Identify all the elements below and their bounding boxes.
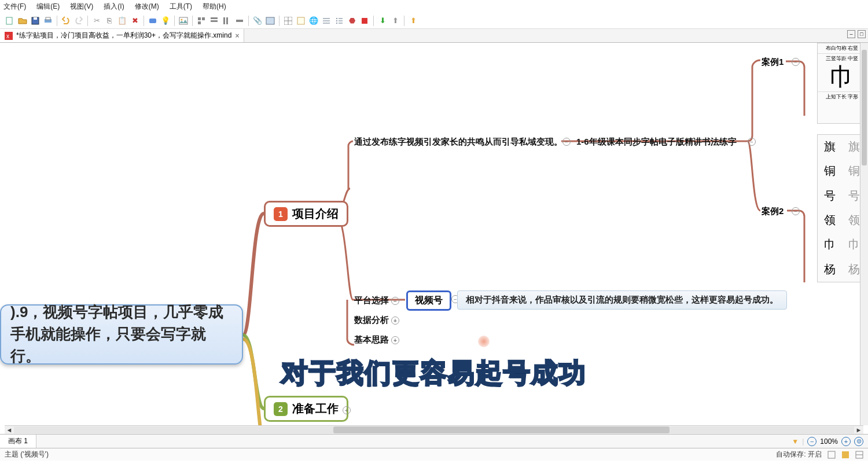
align-icon[interactable]: [196, 16, 207, 26]
pic-icon[interactable]: [265, 16, 275, 26]
zoom-out-icon[interactable]: −: [807, 437, 816, 446]
scroll-left-icon[interactable]: ◄: [5, 426, 14, 433]
menubar: 文件(F) 编辑(E) 视图(V) 插入(I) 修改(M) 工具(T) 帮助(H…: [0, 0, 868, 13]
status-icon[interactable]: [855, 451, 863, 459]
toolbar-separator: [57, 16, 57, 26]
xmind-icon: x: [5, 32, 13, 40]
bulb-icon[interactable]: 💡: [160, 16, 171, 26]
undo-icon[interactable]: [61, 16, 71, 26]
zoom-fit-icon[interactable]: ⊜: [854, 437, 863, 446]
copy-icon[interactable]: ⎘: [104, 16, 115, 26]
globe-icon[interactable]: 🌐: [308, 16, 319, 26]
collapse-toggle-icon[interactable]: −: [391, 297, 399, 305]
align4-icon[interactable]: [234, 16, 245, 26]
example2-label[interactable]: 案例2: [762, 206, 784, 217]
scroll-thumb[interactable]: [333, 426, 670, 433]
status-icon[interactable]: [841, 451, 849, 459]
expand-toggle-icon[interactable]: +: [391, 317, 399, 325]
sheet-tab[interactable]: 画布 1: [0, 435, 36, 448]
root-topic[interactable]: ).9，视频号字帖项目，几乎零成 手机就能操作，只要会写字就行。: [0, 304, 243, 365]
status-icon[interactable]: [827, 451, 836, 459]
image-icon[interactable]: [178, 16, 189, 26]
align3-icon[interactable]: [222, 16, 232, 26]
horizontal-scrollbar[interactable]: ◄ ►: [5, 425, 863, 434]
badge-1-icon: 1: [274, 207, 288, 221]
print-icon[interactable]: [43, 16, 53, 26]
save-icon[interactable]: [30, 16, 41, 26]
note-panel[interactable]: 相对于抖音来说，作品审核以及引流的规则要稍微宽松些，这样更容易起号成功。: [457, 290, 787, 310]
list2-icon[interactable]: [334, 16, 344, 26]
paste-icon[interactable]: 📋: [117, 16, 127, 26]
scroll-track[interactable]: [14, 426, 854, 433]
list-icon[interactable]: [321, 16, 332, 26]
menu-view[interactable]: 视图(V): [70, 2, 93, 12]
status-bar: 主题 ('视频号') 自动保存: 开启: [0, 448, 868, 461]
window-controls: – □: [847, 30, 866, 38]
menu-insert[interactable]: 插入(I): [104, 2, 124, 12]
minimize-icon[interactable]: –: [847, 30, 855, 38]
scroll-right-icon[interactable]: ►: [854, 426, 863, 433]
svg-rect-34: [842, 451, 849, 458]
menu-help[interactable]: 帮助(H): [203, 2, 226, 12]
node-preparation[interactable]: 2 准备工作: [264, 396, 348, 422]
filter-icon[interactable]: ▼: [792, 437, 799, 446]
menu-modify[interactable]: 修改(M): [135, 2, 159, 12]
svg-rect-14: [226, 17, 228, 24]
node-project-intro[interactable]: 1 项目介绍: [264, 201, 348, 227]
expand-toggle-icon[interactable]: +: [343, 406, 351, 414]
grid-icon[interactable]: [283, 16, 293, 26]
svg-rect-33: [828, 451, 835, 458]
maximize-icon[interactable]: □: [858, 30, 866, 38]
subnode-data-analysis[interactable]: 数据分析+: [354, 315, 399, 326]
subnode-desc[interactable]: 通过发布练字视频引发家长的共鸣从而引导私域变现。: [354, 137, 562, 148]
svg-rect-2: [34, 17, 37, 20]
document-tab[interactable]: x *练字贴项目，冷门项目高收益，一单利润30+，会写字就能操作.xmind ×: [0, 29, 244, 42]
status-autosave: 自动保存: 开启: [776, 450, 822, 459]
toolbar-separator: [373, 16, 374, 26]
align2-icon[interactable]: [209, 16, 219, 26]
tab-close-icon[interactable]: ×: [235, 32, 239, 40]
home-icon[interactable]: ⬆: [408, 16, 418, 26]
toolbar-separator: [404, 16, 404, 26]
subnode-basic-idea[interactable]: 基本思路+: [354, 334, 399, 345]
note-icon[interactable]: [296, 16, 306, 26]
collapse-toggle-icon[interactable]: −: [792, 58, 800, 66]
selected-node-video[interactable]: 视频号: [406, 290, 451, 311]
vertical-scrollbar[interactable]: [860, 43, 868, 425]
svg-rect-8: [198, 17, 201, 20]
collapse-toggle-icon[interactable]: −: [792, 207, 800, 215]
example1-label[interactable]: 案例1: [762, 57, 784, 68]
menu-file[interactable]: 文件(F): [3, 2, 26, 12]
subnode-grade[interactable]: 1-6年级课本同步字帖电子版精讲书法练字: [576, 137, 737, 148]
collapse-toggle-icon[interactable]: −: [748, 138, 756, 146]
toolbar-separator: [192, 16, 193, 26]
cut-icon[interactable]: ✂: [91, 16, 102, 26]
stop-icon[interactable]: [359, 16, 370, 26]
delete-icon[interactable]: ✖: [130, 16, 140, 26]
subnode-platform[interactable]: 平台选择−: [354, 295, 399, 306]
up-arrow-icon[interactable]: ⬆: [390, 16, 400, 26]
menu-tools[interactable]: 工具(T): [170, 2, 192, 12]
new-icon[interactable]: [5, 16, 15, 26]
video-caption-overlay: 对于我们更容易起号成功: [281, 355, 587, 391]
topic-icon[interactable]: [148, 16, 158, 26]
expand-toggle-icon[interactable]: +: [391, 336, 399, 344]
svg-point-25: [336, 20, 337, 21]
attach-icon[interactable]: 📎: [252, 16, 263, 26]
mindmap-canvas[interactable]: ).9，视频号字帖项目，几乎零成 手机就能操作，只要会写字就行。 1 项目介绍 …: [0, 43, 868, 434]
menu-edit[interactable]: 编辑(E): [36, 2, 60, 12]
svg-rect-20: [297, 17, 304, 24]
redo-icon[interactable]: [73, 16, 84, 26]
open-icon[interactable]: [17, 16, 28, 26]
root-line1: ).9，视频号字帖项目，几乎零成: [10, 301, 233, 323]
svg-rect-5: [149, 19, 156, 23]
thumb-char: 巾: [818, 62, 866, 91]
toolbar-separator: [248, 16, 249, 26]
collapse-toggle-icon[interactable]: −: [562, 138, 571, 146]
svg-rect-10: [198, 21, 201, 24]
thumb-text: 三竖等距 中竖: [818, 53, 866, 62]
marker-icon[interactable]: ⬣: [347, 16, 357, 26]
zoom-in-icon[interactable]: +: [841, 437, 851, 446]
toolbar-separator: [279, 16, 279, 26]
down-arrow-icon[interactable]: ⬇: [377, 16, 388, 26]
